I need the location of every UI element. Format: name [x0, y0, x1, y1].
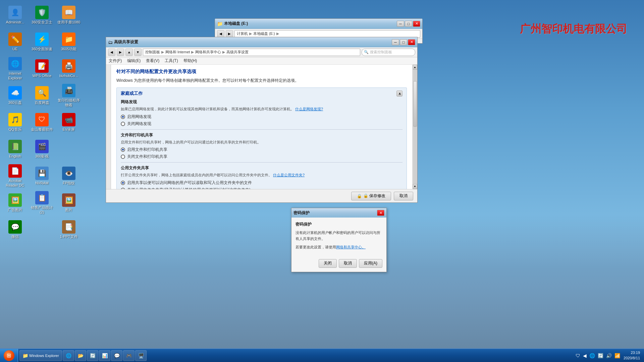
cp-forward-btn[interactable]: ▶ [117, 49, 124, 56]
taskbar-app2-icon: 📊 [102, 353, 107, 358]
section-header: 家庭或工作 ∧ [121, 90, 402, 97]
desktop-icon-photo[interactable]: 🖼️ 图片 [55, 189, 82, 216]
disable-discovery-radio[interactable] [121, 122, 125, 126]
desktop-icon-ue[interactable]: ✏️ UE [2, 28, 29, 55]
menu-view[interactable]: 查看(V) [145, 57, 161, 64]
desktop-icon-english2[interactable]: 📗 English [2, 136, 29, 163]
enable-discovery-option[interactable]: 启用网络发现 [121, 114, 402, 120]
tray-refresh-icon[interactable]: 🔄 [597, 352, 604, 359]
scroll-up-btn[interactable]: ▲ [413, 65, 417, 70]
dialog-apply-btn[interactable]: 应用(A) [359, 259, 382, 268]
cancel-button[interactable]: 取消 [394, 192, 413, 200]
save-label: 🔒 保存修改 [363, 193, 385, 199]
desktop-icon-360cloud[interactable]: ☁️ 360云盘 [2, 82, 29, 109]
back-btn[interactable]: ◀ [217, 30, 224, 38]
cp-up-btn[interactable]: ▲ [125, 49, 133, 56]
network-center-link[interactable]: 网络和共享中心。 [336, 245, 366, 249]
taskbar-item-file[interactable]: 📂 [75, 350, 86, 361]
taskbar-item-ie[interactable]: 🌐 [63, 350, 74, 361]
cp-breadcrumb[interactable]: 控制面板 ▶ 网络和 Internet ▶ 网络和共享中心 ▶ 高级共享设置 [143, 49, 360, 56]
desktop-icon-adpics[interactable]: 🖼️ 广告图片 [2, 189, 29, 216]
desktop-icon-scan[interactable]: 📠 复印扫描程序物着 [55, 82, 82, 109]
cp-title-text: 高级共享设置 [114, 39, 392, 45]
scroll-track[interactable] [413, 70, 417, 184]
explorer-close-btn[interactable]: ✕ [413, 21, 420, 27]
dialog-content: 密码保护 没有此计算机的用户帐户和密码的用户可以访问与所有人共享的文件。 若要更… [291, 218, 386, 257]
enable-fileprint-radio[interactable] [121, 147, 125, 152]
disable-fileprint-option[interactable]: 关闭文件和打印机共享 [121, 154, 402, 160]
menu-tools[interactable]: 工具(T) [163, 57, 179, 64]
cp-search-box[interactable]: 🔍 搜索控制面板 [362, 49, 415, 56]
collapse-button[interactable]: ∧ [396, 90, 402, 97]
breadcrumb-localdisk: 本地磁盘 (E:) [253, 31, 275, 36]
desktop-icon-acrobat[interactable]: 📄 Acrobat Reader DC [2, 163, 29, 189]
scroll-thumb[interactable] [413, 81, 417, 127]
cp-scrollbar[interactable]: ▲ ▼ [412, 65, 417, 189]
public-folder-link[interactable]: 什么是公用文件夹? [273, 173, 305, 177]
tray-volume-icon[interactable]: 🔊 [605, 352, 612, 359]
taskbar-item-app5[interactable]: 🖥️ [135, 350, 147, 361]
tray-arrow-icon[interactable]: ◀ [582, 352, 587, 359]
explorer-breadcrumb[interactable]: 计算机 ▶ 本地磁盘 (E:) ▶ [234, 30, 420, 38]
bc-network-center: 网络和共享中心 [195, 50, 221, 55]
start-button[interactable]: ⊞ [0, 349, 18, 362]
network-discovery-link[interactable]: 什么是网络发现? [295, 107, 323, 111]
menu-edit[interactable]: 编辑(E) [126, 57, 142, 64]
cp-maximize-btn[interactable]: □ [400, 39, 407, 45]
bc-network-internet: 网络和 Internet [165, 50, 190, 55]
public-folder-title: 公用文件夹共享 [121, 165, 402, 171]
desktop-icon-360full[interactable]: ⚡ 360全面加速 [29, 28, 55, 55]
desktop-icon-360safe[interactable]: 🛡️ 360安全卫士 [29, 2, 55, 28]
disable-discovery-option[interactable]: 关闭网络发现 [121, 121, 402, 127]
desktop-icon-baidu[interactable]: 🔍 百度网盘 [29, 82, 55, 109]
desktop-icon-nvram[interactable]: 💾 NVRAM [29, 163, 55, 189]
taskbar-item-explorer[interactable]: 📁 Windows Explorer [19, 350, 62, 361]
enable-public-option[interactable]: 启用共享以便可以访问网络的用户可以读取和写入公用文件夹中的文件 [121, 180, 402, 186]
explorer-maximize-btn[interactable]: □ [405, 21, 412, 27]
cancel-label: 取消 [399, 193, 408, 199]
enable-discovery-radio[interactable] [121, 115, 125, 119]
search-placeholder: 搜索控制面板 [370, 50, 392, 55]
menu-file[interactable]: 文件(F) [107, 57, 123, 64]
tray-360-icon[interactable]: 🛡 [575, 352, 581, 359]
taskbar-item-app1[interactable]: 🔄 [87, 350, 98, 361]
tray-signal-icon[interactable]: 📶 [614, 352, 621, 359]
desktop-icon-admin[interactable]: 👤 Administr... [2, 2, 29, 28]
dialog-close-x-btn[interactable]: ✕ [377, 210, 384, 216]
desktop-icon-user1080[interactable]: 📖 使用手册1080 [55, 2, 82, 28]
cp-back-btn[interactable]: ◀ [108, 49, 115, 56]
scroll-down-btn[interactable]: ▼ [413, 184, 417, 189]
enable-fileprint-option[interactable]: 启用文件和打印机共享 [121, 147, 402, 153]
cp-close-btn[interactable]: ✕ [408, 39, 415, 45]
taskbar-folder-icon: 📁 [22, 353, 28, 358]
taskbar-explorer-label: Windows Explorer [29, 354, 59, 358]
desktop-icon-ev[interactable]: 📹 EV录屏 [55, 109, 82, 136]
cp-recent-btn[interactable]: ▼ [134, 49, 142, 56]
desktop-icon-ie[interactable]: 🌐 Internet Explorer [2, 55, 29, 82]
forward-btn[interactable]: ▶ [226, 30, 233, 38]
dialog-cancel-btn[interactable]: 取消 [339, 259, 357, 268]
explorer-minimize-btn[interactable]: ─ [397, 21, 404, 27]
desktop-icon-sales2[interactable]: 📋 销售产品统计(2) [29, 189, 55, 216]
taskbar-item-app4[interactable]: 🎮 [123, 350, 135, 361]
desktop-icon-wechat[interactable]: 💬 微信 [2, 216, 29, 243]
enable-public-radio[interactable] [121, 181, 125, 185]
desktop-icon-360video[interactable]: 🎬 360影视 [29, 136, 55, 163]
cp-minimize-btn[interactable]: ─ [392, 39, 399, 45]
disable-fileprint-radio[interactable] [121, 155, 125, 159]
tray-network-icon[interactable]: 🌐 [589, 352, 596, 359]
taskbar-item-app3[interactable]: 💬 [111, 350, 122, 361]
disable-discovery-label: 关闭网络发现 [127, 121, 151, 127]
desktop-icon-wps[interactable]: 📝 WPS Office [29, 55, 55, 82]
save-button[interactable]: 🔒 🔒 保存修改 [351, 192, 391, 200]
dialog-close-btn[interactable]: 关闭 [319, 259, 337, 268]
desktop-icon-jinshan[interactable]: 🛡 金山毒霸软件 [29, 109, 55, 136]
desktop-icon-1ppt[interactable]: 📑 1-PPT文件 [55, 216, 82, 243]
desktop-icon-360cloud2[interactable]: 📁 3605功能 [55, 28, 82, 55]
taskbar-item-app2[interactable]: 📊 [99, 350, 110, 361]
menu-help[interactable]: 帮助(H) [182, 57, 199, 64]
cp-navbar: ◀ ▶ ▲ ▼ 控制面板 ▶ 网络和 Internet ▶ 网络和共享中心 ▶ … [106, 47, 417, 57]
desktop-icon-bizhub[interactable]: 🖨️ bizhubCo... [55, 55, 82, 82]
desktop-icon-fp[interactable]: 👁️ FP指纹 [55, 163, 82, 189]
desktop-icon-qqmusic[interactable]: 🎵 QQ音乐 [2, 109, 29, 136]
